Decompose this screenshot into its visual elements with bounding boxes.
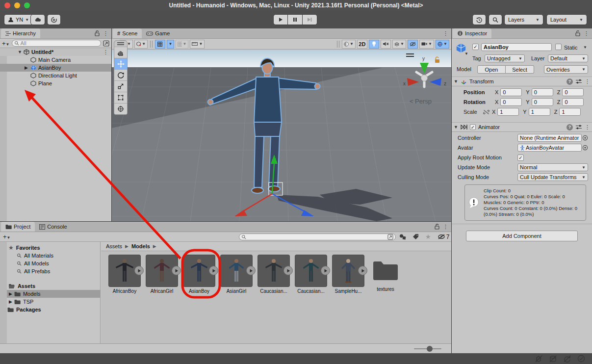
scene-row[interactable]: ▼ Untitled* ⋮ — [0, 48, 111, 56]
add-component-button[interactable]: Add Component — [466, 231, 578, 241]
active-checkbox[interactable]: ✓ — [472, 44, 479, 50]
object-picker-icon[interactable] — [582, 145, 588, 151]
lock-icon[interactable] — [95, 30, 100, 36]
create-asset-button[interactable]: +▼ — [3, 233, 11, 240]
asset-asianboy[interactable]: AsianBoy — [181, 255, 217, 294]
animator-header[interactable]: ▼ ✓ Animator ? ⋮ — [452, 122, 592, 132]
debugger-disabled-icon[interactable] — [535, 355, 543, 363]
asset-caucasian-1[interactable]: Caucasian... — [256, 255, 291, 294]
assets-root[interactable]: ▼ Assets — [0, 282, 100, 290]
expand-arrow-icon[interactable]: ▶ — [9, 299, 12, 304]
position-x-field[interactable]: 0 — [500, 88, 522, 96]
tab-game[interactable]: Game — [142, 28, 174, 38]
picker-icon[interactable] — [103, 40, 109, 47]
splitter-inspector[interactable] — [451, 28, 452, 353]
expand-arrow-icon[interactable]: ▶ — [25, 65, 28, 70]
2d-toggle[interactable]: 2D — [357, 40, 367, 49]
tool-settings-rotation-dropdown[interactable]: ▼ — [134, 40, 148, 49]
grid-snapping-toggle[interactable] — [155, 40, 165, 49]
preview-play-icon[interactable] — [321, 266, 330, 275]
rotation-y-field[interactable]: 0 — [532, 98, 553, 106]
hierarchy-search-input[interactable]: All — [12, 40, 101, 47]
hidden-object-count[interactable]: 7 — [438, 234, 450, 240]
object-name-field[interactable]: AsianBoy — [481, 43, 552, 51]
chevron-down-icon[interactable]: ▼ — [583, 45, 587, 50]
asset-caucasian-2[interactable]: Caucasian... — [293, 255, 329, 294]
create-object-button[interactable]: +▼ — [2, 40, 10, 47]
unlock-icon[interactable] — [575, 30, 580, 36]
grid-snapping-dropdown[interactable]: ▼ — [167, 40, 174, 49]
model-open-button[interactable]: Open — [477, 65, 506, 74]
cache-server-disabled-icon[interactable] — [549, 355, 557, 363]
tab-scene[interactable]: # Scene — [113, 28, 142, 38]
audio-mute-toggle[interactable] — [381, 40, 391, 49]
version-control-button[interactable] — [47, 14, 61, 25]
ok-status-icon[interactable] — [577, 355, 585, 363]
asset-africanboy[interactable]: AfricanBoy — [107, 255, 142, 294]
folder-tsp[interactable]: ▶ TSP — [0, 298, 100, 306]
scale-x-field[interactable]: 1 — [497, 108, 519, 116]
foldout-arrow-icon[interactable]: ▼ — [18, 50, 22, 54]
tab-project[interactable]: Project — [1, 222, 35, 232]
favorites-all-models[interactable]: All Models — [0, 260, 100, 267]
breadcrumb-models[interactable]: Models — [131, 243, 150, 249]
preview-play-icon[interactable] — [358, 266, 367, 275]
projection-label[interactable]: Persp — [415, 98, 432, 105]
position-y-field[interactable]: 0 — [532, 88, 553, 96]
position-z-field[interactable]: 0 — [562, 88, 584, 96]
layer-dropdown[interactable]: Default▼ — [548, 54, 588, 62]
preview-play-icon[interactable] — [134, 266, 144, 275]
project-search-input[interactable] — [239, 234, 396, 240]
avatar-object-field[interactable]: AsianBoyAvatar — [517, 144, 582, 152]
global-search-button[interactable] — [489, 14, 502, 25]
breadcrumb-assets[interactable]: Assets — [106, 243, 122, 249]
favorite-search-star-icon[interactable]: ★ — [425, 233, 431, 240]
asset-textures-folder[interactable]: textures — [368, 255, 403, 292]
scene-camera-dropdown[interactable]: ▼ — [419, 40, 434, 49]
favorites-all-prefabs[interactable]: All Prefabs — [0, 267, 100, 275]
search-by-label-icon[interactable] — [412, 234, 419, 240]
layers-dropdown[interactable]: Layers▼ — [504, 14, 543, 25]
play-button[interactable] — [273, 14, 288, 25]
scene-canvas[interactable]: y x z < Persp — [112, 50, 451, 222]
hierarchy-item-asianboy[interactable]: ▶ AsianBoy — [0, 64, 111, 72]
rotate-tool[interactable] — [114, 69, 127, 80]
auto-refresh-disabled-icon[interactable] — [563, 355, 571, 363]
undo-history-button[interactable] — [472, 14, 486, 25]
transform-header[interactable]: ▼ Transform ? ⋮ — [452, 77, 592, 86]
kebab-menu-icon[interactable]: ⋮ — [443, 31, 448, 36]
packages-root[interactable]: ▶ Packages — [0, 306, 100, 313]
toolbar-grip[interactable] — [150, 41, 153, 48]
preview-play-icon[interactable] — [209, 266, 218, 275]
object-picker-icon[interactable] — [582, 135, 588, 141]
scale-tool[interactable] — [114, 80, 127, 92]
kebab-menu-icon[interactable]: ⋮ — [103, 31, 108, 36]
minimize-window-icon[interactable] — [14, 2, 20, 8]
view-hand-tool[interactable] — [114, 47, 127, 58]
picker-icon[interactable] — [387, 234, 393, 240]
help-icon[interactable]: ? — [566, 78, 573, 85]
static-checkbox[interactable] — [555, 44, 562, 50]
toolbar-grip[interactable] — [337, 41, 339, 48]
projection-toggle[interactable]: < — [410, 98, 413, 105]
broken-link-icon[interactable] — [483, 109, 489, 115]
splitter-hierarchy-scene[interactable] — [111, 28, 112, 222]
expand-arrow-icon[interactable]: ▶ — [9, 291, 12, 296]
search-by-type-icon[interactable] — [399, 234, 406, 240]
rotation-x-field[interactable]: 0 — [500, 98, 522, 106]
preview-play-icon[interactable] — [246, 266, 256, 275]
pause-button[interactable] — [288, 14, 303, 25]
scale-z-field[interactable]: 1 — [559, 108, 581, 116]
foldout-arrow-icon[interactable]: ▼ — [454, 125, 458, 130]
lock-icon[interactable] — [435, 224, 439, 230]
effects-dropdown[interactable]: ▼ — [392, 40, 406, 49]
scene-lighting-toggle[interactable] — [369, 40, 379, 49]
hierarchy-item-plane[interactable]: Plane — [0, 79, 111, 87]
gizmos-toggle-dropdown[interactable]: ▼ — [436, 40, 449, 49]
shading-mode-dropdown[interactable]: ▼ — [342, 40, 356, 49]
kebab-menu-icon[interactable]: ⋮ — [103, 50, 108, 55]
hierarchy-item-main-camera[interactable]: Main Camera — [0, 56, 111, 64]
animator-enabled-checkbox[interactable]: ✓ — [470, 124, 476, 130]
tab-inspector[interactable]: Inspector — [453, 28, 491, 38]
model-select-button[interactable]: Select — [506, 65, 534, 74]
